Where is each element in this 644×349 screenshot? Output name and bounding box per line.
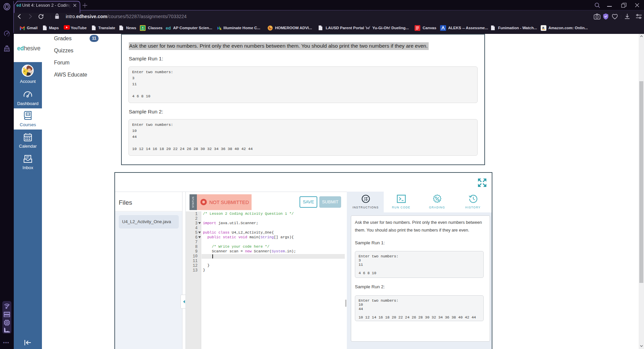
svg-text:ed: ed	[166, 26, 171, 31]
svg-text:a: a	[542, 26, 545, 30]
